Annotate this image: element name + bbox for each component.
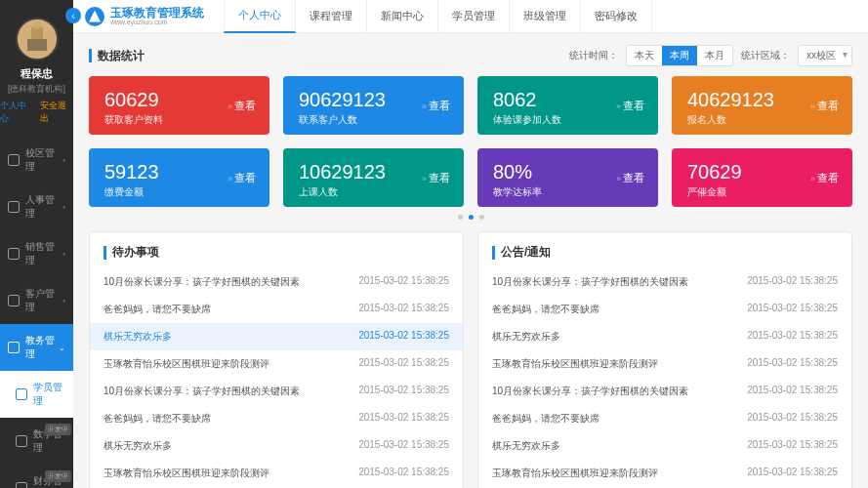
nav-item-7[interactable]: 财务管理开发中 [0, 465, 73, 488]
logout-link[interactable]: 安全退出 [40, 100, 74, 125]
list-item[interactable]: 爸爸妈妈，请您不要缺席2015-03-02 15:38:25 [90, 405, 463, 432]
stat-label: 联系客户人数 [299, 113, 448, 127]
stat-view-button[interactable]: »查看 [810, 171, 839, 185]
list-text: 玉琢教育怡乐校区围棋班迎来阶段测评 [103, 467, 269, 480]
stat-view-button[interactable]: »查看 [227, 171, 256, 185]
list-item[interactable]: 10月份家长课分享：孩子学好围棋的关键因素2015-03-02 15:38:25 [90, 268, 463, 296]
tab-5[interactable]: 密码修改 [581, 0, 652, 33]
nav-icon [8, 154, 20, 166]
list-item[interactable]: 爸爸妈妈，请您不要缺席2015-03-02 15:38:25 [478, 296, 851, 323]
list-item[interactable]: 爸爸妈妈，请您不要缺席2015-03-02 15:38:25 [90, 296, 463, 323]
time-filter-1[interactable]: 本周 [662, 46, 697, 65]
notice-title: 公告/通知 [501, 244, 551, 261]
logo-icon [85, 7, 104, 26]
topbar: 玉琢教育管理系统 www.eyuzhuo.com 个人中心课程管理新闻中心学员管… [73, 0, 868, 33]
stats-title: 数据统计 [98, 48, 145, 64]
chevron-icon: › [62, 156, 65, 165]
list-date: 2015-03-02 15:38:25 [358, 385, 449, 398]
list-text: 10月份家长课分享：孩子学好围棋的关键因素 [492, 385, 688, 398]
top-tabs: 个人中心课程管理新闻中心学员管理班级管理密码修改 [224, 0, 652, 33]
nav-icon [16, 435, 27, 447]
list-date: 2015-03-02 15:38:25 [747, 412, 838, 426]
tab-2[interactable]: 新闻中心 [367, 0, 438, 33]
stat-card-7: 70629严催金额»查看 [672, 148, 852, 207]
profile-link[interactable]: 个人中心 [0, 100, 34, 125]
nav-item-3[interactable]: 客户管理› [0, 277, 73, 324]
stat-view-button[interactable]: »查看 [616, 99, 644, 113]
user-profile-box: 程保忠 [德科教育机构] 个人中心 安全退出 [0, 0, 73, 137]
arrow-icon: » [810, 102, 815, 111]
list-date: 2015-03-02 15:38:25 [358, 439, 449, 453]
list-item[interactable]: 玉琢教育怡乐校区围棋班迎来阶段测评2015-03-02 15:38:25 [478, 460, 851, 487]
list-item[interactable]: 10月份家长课分享：孩子学好围棋的关键因素2015-03-02 15:38:25 [478, 378, 851, 405]
avatar-image [18, 20, 57, 59]
carousel-dots [89, 215, 852, 220]
time-filter-0[interactable]: 本天 [627, 46, 662, 65]
nav-label: 销售管理 [25, 240, 62, 267]
stat-view-button[interactable]: »查看 [616, 171, 644, 185]
list-item[interactable]: 10月份家长课分享：孩子学好围棋的关键因素2015-03-02 15:38:25 [478, 268, 851, 296]
carousel-dot[interactable] [479, 215, 484, 220]
list-text: 10月份家长课分享：孩子学好围棋的关键因素 [103, 385, 300, 398]
region-select[interactable]: xx校区 [798, 45, 852, 66]
stat-view-button[interactable]: »查看 [810, 99, 839, 113]
nav-item-5[interactable]: 学员管理 [0, 371, 73, 418]
stat-label: 获取客户资料 [104, 113, 254, 127]
logo-subtitle: www.eyuzhuo.com [110, 19, 204, 25]
chevron-icon: › [62, 297, 65, 305]
chevron-icon: › [62, 250, 65, 259]
tab-1[interactable]: 课程管理 [296, 0, 367, 33]
arrow-icon: » [227, 102, 232, 111]
list-item[interactable]: 棋乐无穷欢乐多2015-03-02 15:38:25 [90, 432, 463, 460]
list-item[interactable]: 玉琢教育怡乐校区围棋班迎来阶段测评2015-03-02 15:38:25 [90, 460, 463, 487]
stat-view-button[interactable]: »查看 [422, 171, 450, 185]
nav-label: 客户管理 [25, 287, 62, 314]
todo-list: 10月份家长课分享：孩子学好围棋的关键因素2015-03-02 15:38:25… [90, 268, 463, 487]
list-item[interactable]: 玉琢教育怡乐校区围棋班迎来阶段测评2015-03-02 15:38:25 [90, 350, 463, 378]
list-item[interactable]: 棋乐无穷欢乐多2015-03-02 15:38:25 [478, 323, 851, 350]
arrow-icon: » [422, 174, 427, 183]
list-text: 玉琢教育怡乐校区围棋班迎来阶段测评 [492, 357, 658, 371]
list-item[interactable]: 棋乐无穷欢乐多2015-03-02 15:38:25 [90, 323, 463, 350]
list-date: 2015-03-02 15:38:25 [358, 412, 449, 426]
list-date: 2015-03-02 15:38:25 [747, 275, 838, 289]
list-item[interactable]: 棋乐无穷欢乐多2015-03-02 15:38:25 [478, 432, 851, 460]
avatar[interactable] [16, 18, 59, 61]
arrow-icon: » [810, 174, 815, 183]
stat-view-button[interactable]: »查看 [227, 99, 256, 113]
arrow-icon: » [227, 174, 232, 183]
stat-card-0: 60629获取客户资料»查看 [89, 76, 269, 135]
user-links: 个人中心 安全退出 [0, 100, 73, 125]
panels: 待办事项 10月份家长课分享：孩子学好围棋的关键因素2015-03-02 15:… [89, 231, 852, 488]
tab-0[interactable]: 个人中心 [224, 0, 296, 33]
nav-icon [8, 295, 20, 306]
list-item[interactable]: 爸爸妈妈，请您不要缺席2015-03-02 15:38:25 [478, 405, 851, 432]
nav-item-6[interactable]: 数学管理开发中 [0, 418, 73, 465]
stat-view-button[interactable]: »查看 [422, 99, 450, 113]
logo[interactable]: 玉琢教育管理系统 www.eyuzhuo.com [73, 7, 216, 26]
list-date: 2015-03-02 15:38:25 [358, 330, 449, 344]
list-item[interactable]: 10月份家长课分享：孩子学好围棋的关键因素2015-03-02 15:38:25 [90, 378, 463, 405]
list-text: 爸爸妈妈，请您不要缺席 [103, 412, 211, 426]
carousel-dot[interactable] [458, 215, 463, 220]
nav-label: 校区管理 [25, 146, 62, 174]
arrow-icon: » [616, 174, 621, 183]
time-filter-label: 统计时间： [569, 49, 618, 62]
tab-4[interactable]: 班级管理 [510, 0, 581, 33]
nav-label: 人事管理 [25, 193, 62, 221]
carousel-dot[interactable] [469, 215, 474, 220]
list-date: 2015-03-02 15:38:25 [747, 357, 838, 371]
nav-item-1[interactable]: 人事管理› [0, 183, 73, 230]
list-text: 棋乐无穷欢乐多 [103, 330, 172, 344]
nav-icon [8, 248, 20, 260]
todo-panel: 待办事项 10月份家长课分享：孩子学好围棋的关键因素2015-03-02 15:… [89, 231, 464, 488]
sidebar-collapse-button[interactable]: ‹ [65, 8, 81, 23]
nav-item-4[interactable]: 教务管理⌄ [0, 324, 73, 371]
nav-icon [16, 482, 27, 488]
nav-item-0[interactable]: 校区管理› [0, 137, 73, 183]
stats-header: 数据统计 统计时间： 本天本周本月 统计区域： xx校区 [89, 45, 852, 66]
list-item[interactable]: 玉琢教育怡乐校区围棋班迎来阶段测评2015-03-02 15:38:25 [478, 350, 851, 378]
nav-item-2[interactable]: 销售管理› [0, 230, 73, 277]
tab-3[interactable]: 学员管理 [438, 0, 510, 33]
time-filter-2[interactable]: 本月 [697, 46, 732, 65]
